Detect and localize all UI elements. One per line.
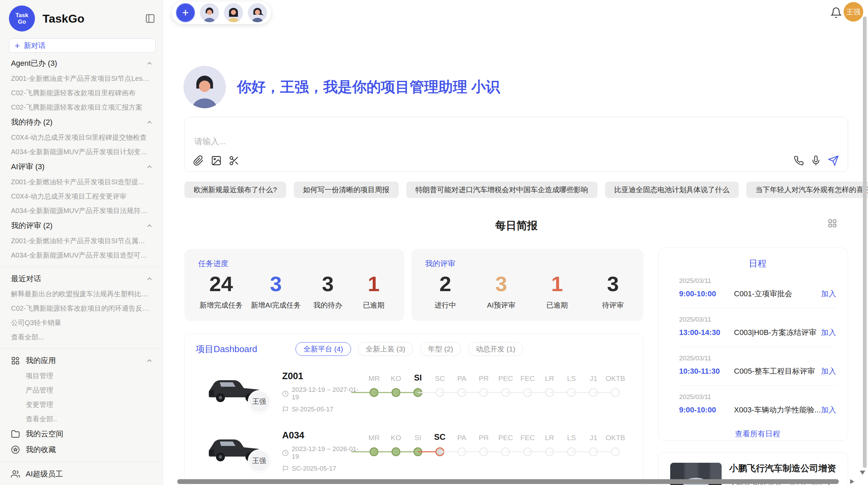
stat-value: 3 (251, 272, 301, 296)
sidebar-item-my-apps[interactable]: 我的应用 (0, 353, 163, 369)
chat-input[interactable] (194, 136, 742, 147)
sidebar-item-cloud-space[interactable]: 我的云空间 (0, 426, 163, 442)
join-link[interactable]: 加入 (821, 405, 836, 415)
join-link[interactable]: 加入 (821, 289, 836, 299)
sidebar-item-favorites[interactable]: 我的收藏 (0, 442, 163, 458)
project-rows: 王强 Z001 2023-12-19 ~ 2027-01-19 SI-2025-… (196, 370, 643, 485)
sidebar-item[interactable]: 解释最新出台的欧盟报废车法规再生塑料比例被调至15%... (0, 287, 163, 301)
sidebar-item-product-mgmt[interactable]: 产品管理 (0, 383, 163, 397)
event-name: C005-整车工程目标评审 (731, 366, 821, 376)
milestone-mr: MR (363, 370, 385, 413)
app-title: TaskGo (43, 12, 145, 25)
stat-value: 3 (594, 272, 632, 296)
my-review-card: 我的评审 2 进行中 3 AI预评审 1 已逾期 3 待评审 (411, 249, 643, 321)
milestone-pa: PA (451, 370, 473, 413)
project-row-z001[interactable]: 王强 Z001 2023-12-19 ~ 2027-01-19 SI-2025-… (201, 370, 643, 413)
user-avatar[interactable]: 王强 (844, 2, 863, 22)
favorites-label: 我的收藏 (26, 445, 153, 455)
project-dates: 2023-12-19 ~ 2027-01-19 (282, 386, 363, 401)
milestone-label: J1 (582, 370, 604, 383)
tab-year-model[interactable]: 年型 (2) (420, 342, 461, 356)
sidebar-item-project-mgmt[interactable]: 项目管理 (0, 369, 163, 383)
event-time: 9:00-10:00 (679, 289, 731, 298)
agent-avatar-2[interactable] (224, 3, 243, 22)
sidebar-item[interactable]: C02-飞腾新能源轻客改款项目立项汇报方案 (0, 100, 163, 114)
scroll-down-arrow[interactable] (860, 471, 865, 475)
app-root: Task Go TaskGo + 新对话 Agent已办 (3) Z001-全新… (0, 0, 868, 485)
sidebar-item[interactable]: A034-全新新能源MUV产品开发项目造型可行性评审 (0, 248, 163, 262)
view-all-apps[interactable]: 查看全部.. (0, 412, 163, 426)
milestone-j1: J1 (582, 370, 604, 413)
chevron-up-icon (146, 60, 153, 67)
join-link[interactable]: 加入 (821, 327, 836, 338)
milestone-label-current: SI (407, 370, 429, 383)
agent-avatar-3[interactable] (248, 3, 267, 22)
sidebar-item-change-mgmt[interactable]: 变更管理 (0, 397, 163, 412)
tab-powertrain[interactable]: 动总开发 (1) (468, 342, 523, 356)
schedule-title: 日程 (679, 258, 836, 270)
snippet-button[interactable] (229, 155, 240, 166)
app-logo: Task Go (9, 5, 35, 32)
view-all-conversations[interactable]: 查看全部... (0, 330, 163, 344)
send-button[interactable] (828, 155, 839, 166)
sidebar-section-my-review[interactable]: 我的评审 (2) (0, 218, 163, 234)
sidebar-item[interactable]: C0X4-动力总成开发项目工程变更评审 (0, 189, 163, 203)
scroll-right-arrow[interactable] (850, 479, 854, 484)
view-all-schedule-link[interactable]: 查看所有日程 (679, 429, 836, 439)
sidebar-item[interactable]: C02-飞腾新能源轻客改款项目的闭环通告反馈情况 (0, 301, 163, 315)
briefing-layout-button[interactable] (828, 219, 837, 228)
notification-bell-button[interactable] (830, 7, 842, 18)
sidebar-item[interactable]: Z001-全新燃油皮卡产品开发项目SI节点Lesson Learn报告 (0, 71, 163, 86)
sidebar-item-ai-staff[interactable]: AI超级员工 (0, 466, 163, 482)
sidebar-section-recent[interactable]: 最近对话 (0, 271, 163, 287)
sidebar-item[interactable]: A034-全新新能源MUV产品开发项目计划变更表编写 (0, 145, 163, 159)
chevron-up-icon (146, 163, 153, 171)
suggestion-chip[interactable]: 欧洲新规最近颁布了什么? (184, 182, 286, 198)
sidebar-section-my-todo[interactable]: 我的待办 (2) (0, 114, 163, 130)
voice-call-button[interactable] (794, 156, 804, 166)
stat-value: 2 (426, 272, 464, 296)
milestone-label: LS (560, 430, 582, 442)
milestone-label: SI (407, 430, 429, 442)
sidebar-item[interactable]: 公司Q3轻卡销量 (0, 315, 163, 330)
milestone-lr: LR (539, 430, 560, 472)
milestone-label: PA (451, 430, 473, 442)
milestone-pr: PR (473, 430, 495, 472)
vertical-scrollbar[interactable] (863, 16, 867, 468)
add-agent-button[interactable] (176, 3, 195, 22)
sidebar-item[interactable]: C0X4-动力总成开发项目SI里程碑提交物检查 (0, 130, 163, 145)
sidebar-item[interactable]: C02-飞腾新能源轻客改款项目里程碑画布 (0, 86, 163, 100)
horizontal-scrollbar[interactable] (177, 479, 839, 484)
attach-file-button[interactable] (193, 155, 204, 166)
microphone-button[interactable] (811, 156, 821, 166)
sidebar-item-help-write[interactable]: 帮我写作 (0, 482, 163, 485)
stat-label: 进行中 (426, 300, 464, 310)
sidebar-collapse-button[interactable] (145, 13, 155, 24)
news-title: 小鹏飞行汽车制造公司增资 (729, 463, 836, 474)
sidebar-item[interactable]: Z001-全新燃油轻卡产品开发项目SI节点属性5D文件评审 (0, 234, 163, 248)
attach-image-button[interactable] (211, 155, 222, 166)
suggestion-chip[interactable]: 特朗普可能对进口汽车增税会对中国车企造成哪些影响 (406, 182, 598, 198)
sidebar-section-agent-done[interactable]: Agent已办 (3) (0, 55, 163, 71)
sidebar-item[interactable]: A034-全新新能源MUV产品开发项目法规符合性评审 (0, 203, 163, 218)
stat-label: 新增AI完成任务 (251, 300, 301, 310)
suggestion-chip[interactable]: 如何写一份清晰的项目周报 (294, 182, 399, 198)
new-chat-button[interactable]: + 新对话 (9, 38, 156, 53)
sidebar-item[interactable]: Z001-全新燃油轻卡产品开发项目SI造型提交物评审 (0, 175, 163, 189)
tab-new-platform[interactable]: 全新平台 (4) (296, 342, 351, 356)
suggestion-chip[interactable]: 比亚迪全固态电池计划具体说了什么 (605, 182, 739, 198)
sidebar-section-ai-review[interactable]: AI评审 (3) (0, 159, 163, 175)
project-row-a034[interactable]: 王强 A034 2023-12-19 ~ 2026-01-19 SC-2025-… (201, 429, 643, 472)
clock-icon (282, 450, 289, 456)
agent-avatar-1[interactable] (200, 3, 219, 22)
milestone-si: SI (407, 430, 429, 472)
milestone-sc: SC (429, 430, 451, 472)
sidebar: Task Go TaskGo + 新对话 Agent已办 (3) Z001-全新… (0, 0, 163, 485)
section-label: Agent已办 (3) (11, 58, 146, 69)
grid-layout-icon (828, 219, 837, 228)
suggestion-chip[interactable]: 当下年轻人对汽车外观有怎样的喜好趋势 (746, 182, 868, 198)
stat-ai-prereview: 3 AI预评审 (482, 272, 520, 310)
tab-new-body[interactable]: 全新上装 (3) (358, 342, 413, 356)
join-link[interactable]: 加入 (821, 366, 836, 376)
input-actions (794, 155, 839, 166)
